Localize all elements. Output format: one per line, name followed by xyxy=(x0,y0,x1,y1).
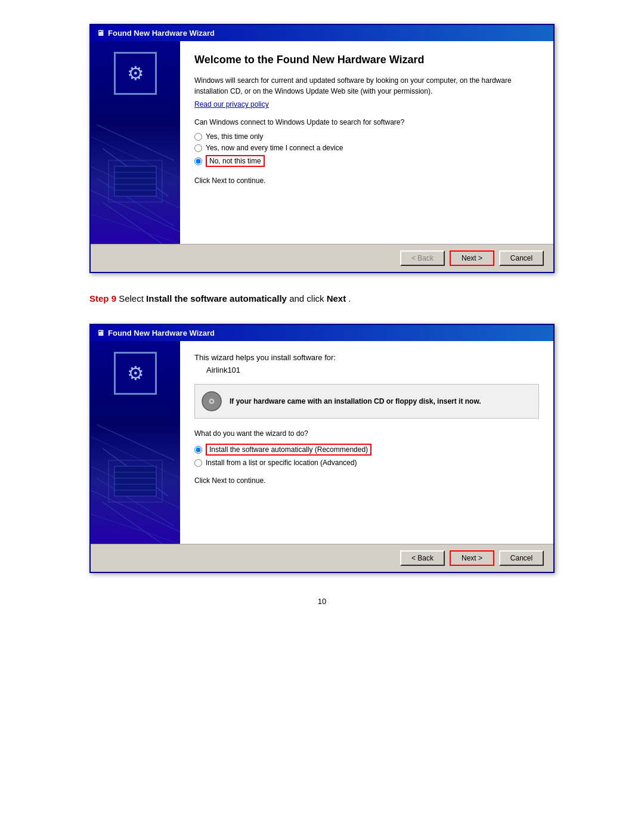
wizard-dialog-1: 🖥 Found New Hardware Wizard ⚙ xyxy=(89,24,555,273)
wizard-sidebar-2: ⚙ xyxy=(91,341,180,544)
page-number: 10 xyxy=(318,597,326,606)
radio-auto-install[interactable] xyxy=(194,446,202,454)
wizard-title-label-2: Found New Hardware Wizard xyxy=(108,329,215,337)
wizard-footer-1: < Back Next > Cancel xyxy=(91,244,553,272)
wizard-title-label-1: Found New Hardware Wizard xyxy=(108,29,215,38)
wizard-question-2: What do you want the wizard to do? xyxy=(194,429,539,438)
wizard-subtitle-2: This wizard helps you install software f… xyxy=(194,353,539,362)
radio-item-auto-install[interactable]: Install the software automatically (Reco… xyxy=(194,444,539,456)
wizard-main-2: This wizard helps you install software f… xyxy=(180,341,553,544)
radio-item-manual-install[interactable]: Install from a list or specific location… xyxy=(194,459,539,467)
svg-rect-23 xyxy=(114,466,156,496)
radio-label-auto-install: Install the software automatically (Reco… xyxy=(206,444,371,456)
svg-line-0 xyxy=(97,125,174,160)
sidebar-icon-box-1: ⚙ xyxy=(114,52,157,95)
cancel-button-1[interactable]: Cancel xyxy=(499,250,544,266)
wizard-welcome-heading: Welcome to the Found New Hardware Wizard xyxy=(194,53,539,67)
wizard-title-icon-2: 🖥 xyxy=(97,329,104,337)
svg-line-14 xyxy=(97,425,174,460)
svg-point-30 xyxy=(210,400,213,402)
radio-label-manual-install: Install from a list or specific location… xyxy=(206,459,357,467)
wizard-question-1: Can Windows connect to Windows Update to… xyxy=(194,118,539,126)
wizard-click-next-2: Click Next to continue. xyxy=(194,476,539,485)
wizard-click-next-1: Click Next to continue. xyxy=(194,176,539,185)
step9-number: Step 9 xyxy=(89,293,116,304)
sidebar-icon-box-2: ⚙ xyxy=(114,352,157,395)
cancel-button-2[interactable]: Cancel xyxy=(499,550,544,566)
wizard-footer-2: < Back Next > Cancel xyxy=(91,544,553,572)
radio-item-yes-once[interactable]: Yes, this time only xyxy=(194,132,539,141)
wizard-sidebar-1: ⚙ xyxy=(91,41,180,244)
next-button-2[interactable]: Next > xyxy=(450,550,494,566)
device-name: Airlink101 xyxy=(206,366,539,374)
radio-label-yes-always: Yes, now and every time I connect a devi… xyxy=(206,144,343,152)
svg-line-20 xyxy=(103,502,162,544)
step9-label: Step 9 Select Install the software autom… xyxy=(89,293,555,304)
radio-group-1: Yes, this time only Yes, now and every t… xyxy=(194,132,539,167)
wizard-titlebar-1: 🖥 Found New Hardware Wizard xyxy=(91,25,553,41)
radio-no[interactable] xyxy=(194,157,202,165)
svg-rect-9 xyxy=(114,166,156,196)
step9-bold-install: Install the software automatically xyxy=(146,293,287,304)
cd-hint-row: If your hardware came with an installati… xyxy=(194,384,539,419)
step9-period: . xyxy=(348,293,351,304)
svg-line-7 xyxy=(91,214,180,244)
radio-yes-once[interactable] xyxy=(194,133,202,141)
hardware-icon-2: ⚙ xyxy=(127,362,144,385)
back-button-2[interactable]: < Back xyxy=(400,550,445,566)
wizard-main-1: Welcome to the Found New Hardware Wizard… xyxy=(180,41,553,244)
hardware-icon-1: ⚙ xyxy=(127,62,144,85)
cd-icon xyxy=(201,391,222,412)
radio-group-2: Install the software automatically (Reco… xyxy=(194,444,539,467)
radio-yes-always[interactable] xyxy=(194,144,202,152)
radio-manual-install[interactable] xyxy=(194,459,202,467)
back-button-1[interactable]: < Back xyxy=(400,250,445,266)
svg-line-21 xyxy=(91,514,180,544)
svg-line-6 xyxy=(103,202,162,244)
next-button-1[interactable]: Next > xyxy=(450,250,494,266)
radio-item-yes-always[interactable]: Yes, now and every time I connect a devi… xyxy=(194,144,539,152)
step9-and-click: and click xyxy=(289,293,327,304)
step9-bold-next: Next xyxy=(327,293,346,304)
radio-item-no[interactable]: No, not this time xyxy=(194,155,539,167)
step9-select: Select xyxy=(119,293,146,304)
wizard-description-1: Windows will search for current and upda… xyxy=(194,75,539,97)
cd-hint-text: If your hardware came with an installati… xyxy=(230,397,481,407)
wizard-title-icon: 🖥 xyxy=(97,29,104,38)
radio-label-yes-once: Yes, this time only xyxy=(206,132,263,141)
wizard-dialog-2: 🖥 Found New Hardware Wizard ⚙ xyxy=(89,324,555,573)
wizard-titlebar-2: 🖥 Found New Hardware Wizard xyxy=(91,325,553,341)
radio-label-no: No, not this time xyxy=(206,155,265,167)
privacy-link[interactable]: Read our privacy policy xyxy=(194,100,539,109)
